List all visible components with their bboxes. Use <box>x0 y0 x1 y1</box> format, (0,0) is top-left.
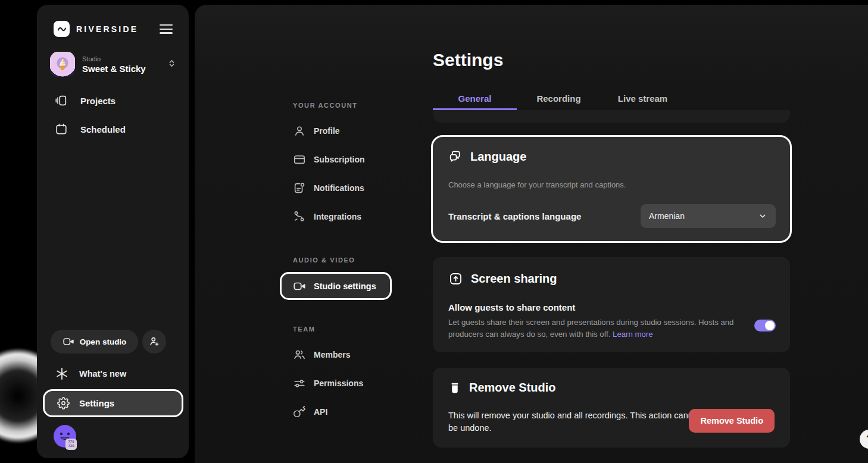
allow-guests-description: Let guests share their screen and presen… <box>448 317 761 341</box>
settings-content: Settings General Recording Live stream L… <box>433 5 790 463</box>
nav-item-label: Profile <box>314 126 340 136</box>
nav-item-api[interactable]: API <box>293 405 327 419</box>
whats-new-label: What's new <box>79 369 126 378</box>
nav-item-label: Members <box>314 350 350 359</box>
open-studio-button[interactable]: Open studio <box>51 330 138 353</box>
nav-item-label: API <box>314 407 327 417</box>
nav-section-audio-video: AUDIO & VIDEO <box>293 256 355 264</box>
avatar-badge: 770730 <box>65 439 77 450</box>
allow-guests-description-text: Let guests share their screen and presen… <box>448 318 733 339</box>
integrations-icon <box>293 210 306 223</box>
allow-guests-toggle[interactable] <box>754 320 776 331</box>
open-studio-label: Open studio <box>80 337 127 346</box>
language-dropdown-value: Armenian <box>649 211 685 221</box>
learn-more-link[interactable]: Learn more <box>613 330 652 339</box>
whats-new-button[interactable]: What's new <box>55 367 126 381</box>
members-icon <box>293 348 306 361</box>
calendar-icon <box>55 123 68 136</box>
sidebar-item-scheduled[interactable]: Scheduled <box>55 123 126 136</box>
nav-item-profile[interactable]: Profile <box>293 124 340 138</box>
nav-item-label: Permissions <box>314 378 363 388</box>
key-icon <box>293 405 306 418</box>
nav-section-team: TEAM <box>293 326 316 333</box>
unfold-chevrons-icon <box>167 59 176 70</box>
sidebar-item-settings[interactable]: Settings <box>43 389 183 417</box>
sidebar-item-label: Scheduled <box>80 124 126 134</box>
projects-icon <box>55 94 68 107</box>
sidebar-item-label: Projects <box>80 96 115 106</box>
remove-studio-card: Remove Studio This will remove your stud… <box>433 368 790 448</box>
transcript-language-label: Transcript & captions language <box>448 211 581 221</box>
scrolled-card-partial <box>433 110 790 123</box>
nav-item-label: Notifications <box>314 183 364 193</box>
page-title: Settings <box>433 50 503 70</box>
tab-live-stream[interactable]: Live stream <box>601 88 685 110</box>
nav-item-subscription[interactable]: Subscription <box>293 152 365 167</box>
settings-label: Settings <box>79 398 114 408</box>
studio-label: Studio <box>82 55 146 62</box>
nav-item-label: Integrations <box>314 212 361 221</box>
tab-recording[interactable]: Recording <box>517 88 601 110</box>
menu-icon[interactable] <box>160 24 173 34</box>
nav-item-permissions[interactable]: Permissions <box>293 376 363 390</box>
nav-section-your-account: YOUR ACCOUNT <box>293 102 358 109</box>
language-card: Language Choose a language for your tran… <box>431 135 792 243</box>
main-panel: YOUR ACCOUNT Profile Subscription Notifi… <box>195 5 868 463</box>
brand[interactable]: RIVERSIDE <box>54 21 138 37</box>
remove-studio-title: Remove Studio <box>469 381 556 395</box>
trash-icon <box>448 381 461 395</box>
nav-item-integrations[interactable]: Integrations <box>293 209 361 224</box>
remove-studio-description: This will remove your studio and all rec… <box>448 409 705 434</box>
screen-sharing-title: Screen sharing <box>471 272 557 286</box>
nav-item-notifications[interactable]: Notifications <box>293 181 364 195</box>
toggle-knob <box>765 321 775 330</box>
sliders-icon <box>293 377 306 390</box>
sparkle-asterisk-icon <box>55 367 69 381</box>
notification-doc-icon <box>293 182 306 195</box>
language-dropdown[interactable]: Armenian <box>641 204 776 228</box>
screen-share-icon <box>448 271 463 286</box>
nav-item-label: Subscription <box>314 155 365 164</box>
allow-guests-label: Allow guests to share content <box>448 302 575 312</box>
language-card-title: Language <box>470 150 526 164</box>
screen-sharing-card: Screen sharing Allow guests to share con… <box>433 257 790 352</box>
tab-general[interactable]: General <box>433 88 517 110</box>
invite-button[interactable] <box>142 330 166 353</box>
nav-item-label: Studio settings <box>314 281 376 291</box>
language-card-description: Choose a language for your transcript an… <box>448 180 626 189</box>
nav-item-members[interactable]: Members <box>293 348 350 362</box>
nav-item-studio-settings[interactable]: Studio settings <box>280 272 392 300</box>
remove-studio-header: Remove Studio <box>448 381 556 395</box>
studio-switcher[interactable]: 🍦 Studio Sweet & Sticky <box>50 52 176 77</box>
sidebar-item-projects[interactable]: Projects <box>55 94 115 107</box>
tab-bar: General Recording Live stream <box>433 88 685 110</box>
riverside-logo-icon <box>54 21 70 37</box>
user-icon <box>293 124 306 137</box>
studio-avatar: 🍦 <box>50 52 75 77</box>
video-camera-icon <box>63 336 74 348</box>
chat-bubbles-icon <box>448 149 463 164</box>
gear-icon <box>57 397 70 409</box>
remove-studio-button[interactable]: Remove Studio <box>689 409 775 433</box>
language-card-header: Language <box>448 149 526 164</box>
chevron-down-icon <box>758 211 767 221</box>
brand-name: RIVERSIDE <box>76 24 138 34</box>
sidebar: RIVERSIDE 🍦 Studio Sweet & Sticky Projec… <box>37 5 189 458</box>
person-add-icon <box>148 336 160 348</box>
video-camera-icon <box>293 280 306 293</box>
card-icon <box>293 153 306 166</box>
studio-name: Sweet & Sticky <box>82 64 146 74</box>
screen-sharing-header: Screen sharing <box>448 271 557 286</box>
